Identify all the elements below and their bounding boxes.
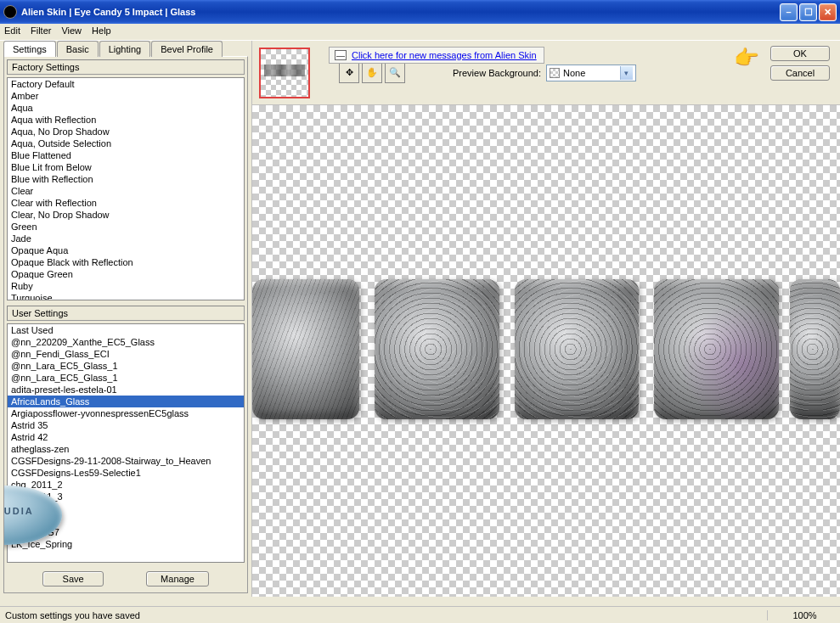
list-item[interactable]: Jade (8, 233, 244, 244)
list-item[interactable]: @nn_220209_Xanthe_EC5_Glass (8, 336, 244, 348)
status-zoom: 100% (767, 610, 835, 620)
minimize-button[interactable]: – (780, 3, 798, 21)
tab-lighting[interactable]: Lighting (99, 41, 151, 57)
list-item[interactable]: Aqua, No Drop Shadow (8, 126, 244, 138)
preview-pane: ✥ ✋ 🔍 Preview Background: None ▾ Click h… (252, 41, 840, 597)
list-item[interactable]: chg_2011_3 (8, 491, 244, 502)
glass-tile (375, 279, 499, 419)
glass-tile (515, 279, 640, 419)
list-item[interactable]: Clear, No Drop Shadow (8, 209, 244, 221)
menu-help[interactable]: Help (92, 25, 111, 38)
list-item[interactable]: Clear (8, 185, 244, 197)
preview-bg-label: Preview Background: (453, 68, 541, 78)
list-item[interactable]: Glass_CG4 (8, 502, 244, 514)
status-text: Custom settings you have saved (5, 610, 767, 620)
zoom-tool-icon[interactable]: 🔍 (385, 63, 405, 83)
glass-tile (252, 279, 359, 419)
list-item[interactable]: Amber (8, 90, 244, 102)
user-settings-header: User Settings (7, 306, 245, 321)
list-item[interactable]: Last Used (8, 324, 244, 336)
envelope-icon (335, 50, 347, 60)
chevron-down-icon: ▾ (620, 66, 633, 80)
preview-canvas[interactable] (252, 105, 840, 597)
menu-filter[interactable]: Filter (31, 25, 51, 38)
list-item[interactable]: Factory Default (8, 78, 244, 90)
menu-edit[interactable]: Edit (4, 25, 20, 38)
sidebar: Settings Basic Lighting Bevel Profile Fa… (0, 41, 252, 597)
list-item[interactable]: CGSFDesigns-Les59-Selectie1 (8, 467, 244, 479)
list-item[interactable]: @nn_Fendi_Glass_ECI (8, 348, 244, 360)
list-item[interactable]: Opaque Black with Reflection (8, 256, 244, 268)
manage-button[interactable]: Manage (146, 571, 209, 587)
tab-bar: Settings Basic Lighting Bevel Profile (3, 41, 248, 57)
list-item[interactable]: @nn_Lara_EC5_Glass_1 (8, 360, 244, 372)
message-link-box[interactable]: Click here for new messages from Alien S… (329, 47, 544, 64)
hand-tool-icon[interactable]: ✋ (362, 63, 382, 83)
list-item[interactable]: Aqua, Outside Selection (8, 138, 244, 149)
titlebar: Alien Skin | Eye Candy 5 Impact | Glass … (0, 0, 840, 24)
user-settings-list[interactable]: Last Used@nn_220209_Xanthe_EC5_Glass@nn_… (7, 323, 245, 564)
list-item[interactable]: LK_Ice_Spring (8, 538, 244, 550)
list-item[interactable]: Glass_CG7 (8, 526, 244, 538)
list-item[interactable]: Aqua with Reflection (8, 114, 244, 126)
factory-settings-header: Factory Settings (7, 59, 245, 75)
list-item[interactable]: Aqua (8, 102, 244, 114)
status-bar: Custom settings you have saved 100% (0, 606, 840, 623)
menu-bar: Edit Filter View Help (0, 24, 840, 41)
close-button[interactable]: ✕ (819, 3, 837, 21)
list-item[interactable]: Astrid 35 (8, 419, 244, 431)
list-item[interactable]: @nn_Lara_EC5_Glass_1 (8, 372, 244, 384)
list-item[interactable]: adita-preset-les-estela-01 (8, 384, 244, 396)
list-item[interactable]: Opaque Green (8, 268, 244, 280)
checker-swatch-icon (550, 68, 560, 78)
glass-tile (790, 279, 840, 419)
save-button[interactable]: Save (42, 571, 104, 587)
tab-bevel-profile[interactable]: Bevel Profile (151, 41, 223, 57)
list-item[interactable]: Argiapossflower-yvonnespressenEC5glass (8, 407, 244, 419)
list-item[interactable]: Turquoise (8, 292, 244, 300)
list-item[interactable]: Opaque Aqua (8, 244, 244, 256)
preview-bg-select[interactable]: None ▾ (546, 65, 636, 81)
tab-basic[interactable]: Basic (57, 41, 99, 57)
list-item[interactable]: Blue with Reflection (8, 173, 244, 185)
factory-settings-list[interactable]: Factory DefaultAmberAquaAqua with Reflec… (7, 77, 245, 300)
list-item[interactable]: AfricaLands_Glass (8, 396, 244, 407)
list-item[interactable]: Clear with Reflection (8, 197, 244, 209)
preview-bg-value: None (563, 68, 585, 78)
maximize-button[interactable]: ☐ (799, 3, 817, 21)
list-item[interactable]: Blue Flattened (8, 149, 244, 161)
list-item[interactable]: atheglass-zen (8, 443, 244, 455)
app-icon (3, 5, 17, 19)
list-item[interactable]: Ruby (8, 280, 244, 292)
list-item[interactable]: CGSFDesigns-29-11-2008-Stairway_to_Heave… (8, 455, 244, 467)
alien-skin-link[interactable]: Click here for new messages from Alien S… (352, 50, 537, 60)
ok-button[interactable]: OK (770, 46, 830, 61)
list-item[interactable]: Astrid 42 (8, 431, 244, 443)
menu-view[interactable]: View (61, 25, 82, 38)
tab-settings[interactable]: Settings (3, 41, 56, 57)
move-tool-icon[interactable]: ✥ (339, 63, 359, 83)
glass-preview-row (252, 279, 840, 419)
list-item[interactable]: Blue Lit from Below (8, 161, 244, 173)
list-item[interactable]: chg_2011_2 (8, 479, 244, 491)
glass-tile (654, 279, 779, 419)
window-title: Alien Skin | Eye Candy 5 Impact | Glass (21, 7, 780, 17)
cancel-button[interactable]: Cancel (770, 65, 830, 81)
thumbnail-preview[interactable] (259, 48, 310, 98)
list-item[interactable]: Glass_CG6 (8, 514, 244, 526)
list-item[interactable]: Green (8, 221, 244, 233)
